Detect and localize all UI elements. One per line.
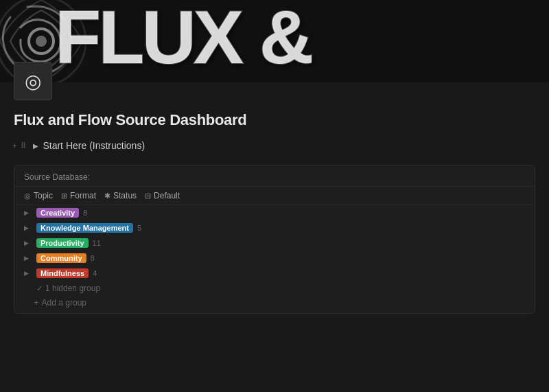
toggle-arrow-icon[interactable]: ▶ <box>30 140 41 151</box>
page-title-area: Flux and Flow Source Dashboard <box>0 100 549 135</box>
db-header-label: Source Database: <box>24 172 90 182</box>
productivity-tag: Productivity <box>36 238 89 248</box>
productivity-toggle-icon[interactable]: ▶ <box>24 240 34 246</box>
toolbar-topic-label: Topic <box>34 191 53 200</box>
add-row-icon[interactable]: + <box>11 141 18 150</box>
row-controls: + ⠿ <box>11 141 27 151</box>
database-container: Source Database: ◎ Topic ⊞ Format ✱ Stat… <box>14 165 535 314</box>
knowledge-tag: Knowledge Management <box>36 223 133 233</box>
group-row-creativity[interactable]: ▶ Creativity 8 <box>14 205 535 220</box>
mindfulness-count: 4 <box>93 269 97 277</box>
knowledge-toggle-icon[interactable]: ▶ <box>24 224 34 231</box>
topic-icon: ◎ <box>24 192 31 200</box>
toolbar-format[interactable]: ⊞ Format <box>61 191 96 200</box>
community-tag: Community <box>36 253 86 263</box>
knowledge-count: 5 <box>137 224 141 232</box>
status-icon: ✱ <box>104 192 110 200</box>
group-row-mindfulness[interactable]: ▶ Mindfulness 4 <box>14 266 535 281</box>
db-header: Source Database: <box>14 165 535 187</box>
format-icon: ⊞ <box>61 192 67 200</box>
page-icon-area: ◎ <box>0 62 549 100</box>
drag-handle-icon[interactable]: ⠿ <box>19 141 27 151</box>
hidden-check-icon: ✓ <box>36 284 43 293</box>
group-row-community[interactable]: ▶ Community 8 <box>14 251 535 266</box>
toolbar-default-label: Default <box>154 191 180 200</box>
svg-point-2 <box>36 36 47 47</box>
community-count: 8 <box>91 254 95 262</box>
hidden-groups-label: 1 hidden group <box>45 284 100 293</box>
add-group-icon: + <box>34 297 39 308</box>
toolbar-format-label: Format <box>70 191 96 200</box>
db-toolbar: ◎ Topic ⊞ Format ✱ Status ⊟ Default <box>14 187 535 205</box>
page-title: Flux and Flow Source Dashboard <box>14 111 535 129</box>
page-icon: ◎ <box>14 62 52 100</box>
group-row-productivity[interactable]: ▶ Productivity 11 <box>14 235 535 251</box>
content-area: + ⠿ ▶ Start Here (Instructions) Source D… <box>0 135 549 327</box>
add-group-row[interactable]: + Add a group <box>14 295 535 313</box>
mindfulness-toggle-icon[interactable]: ▶ <box>24 270 34 277</box>
productivity-count: 11 <box>93 239 101 247</box>
mindfulness-tag: Mindfulness <box>36 268 89 278</box>
instructions-label: Start Here (Instructions) <box>43 140 145 151</box>
toolbar-topic[interactable]: ◎ Topic <box>24 191 53 200</box>
default-icon: ⊟ <box>145 192 151 200</box>
creativity-toggle-icon[interactable]: ▶ <box>24 209 34 216</box>
hidden-groups-row[interactable]: ✓ 1 hidden group <box>14 281 535 295</box>
toolbar-status-label: Status <box>113 191 137 200</box>
add-group-label: Add a group <box>42 298 86 308</box>
creativity-count: 8 <box>83 209 87 217</box>
instructions-row[interactable]: + ⠿ ▶ Start Here (Instructions) <box>3 137 546 154</box>
group-row-knowledge[interactable]: ▶ Knowledge Management 5 <box>14 220 535 235</box>
creativity-tag: Creativity <box>36 208 79 218</box>
groups-list: ▶ Creativity 8 ▶ Knowledge Management 5 … <box>14 205 535 281</box>
community-toggle-icon[interactable]: ▶ <box>24 255 34 262</box>
toolbar-status[interactable]: ✱ Status <box>104 191 137 200</box>
toolbar-default[interactable]: ⊟ Default <box>145 191 180 200</box>
page-icon-symbol: ◎ <box>25 70 41 93</box>
